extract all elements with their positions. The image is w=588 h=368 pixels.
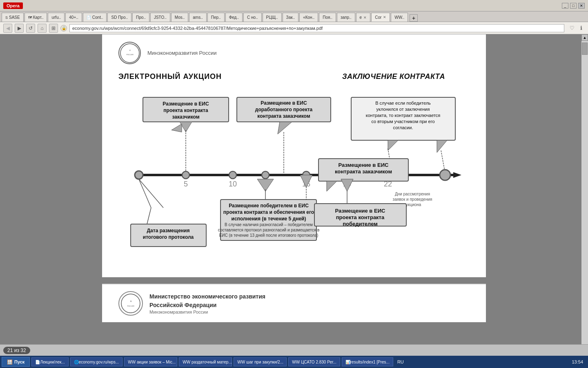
taskbar-item-icon: W <box>292 360 296 364</box>
ministry-logo: ⚜ РОССИЯ <box>118 42 141 64</box>
tab-rts[interactable]: РЦЩ.. <box>263 13 282 22</box>
svg-line-46 <box>147 208 151 224</box>
reload-button[interactable]: ↺ <box>26 24 35 33</box>
taskbar-item-icon: W <box>183 360 186 364</box>
language-indicator: RU <box>395 359 406 365</box>
svg-text:контракта заказчиком: контракта заказчиком <box>257 113 310 119</box>
taskbar-item-icon: W <box>237 360 241 364</box>
svg-line-45 <box>139 179 151 208</box>
tab-sase[interactable]: SSASE <box>2 13 24 22</box>
svg-text:победителем: победителем <box>343 221 378 227</box>
title-bar-controls: _ □ ✕ <box>562 3 585 9</box>
tab-40[interactable]: 40+.. <box>65 13 82 22</box>
footer-sub: Минэкономразвития России <box>149 310 265 314</box>
svg-text:10: 10 <box>229 180 237 188</box>
tab-icon: 🗺 <box>28 16 32 20</box>
tab-fed[interactable]: Фед.. <box>225 13 243 22</box>
taskbar-item-icon: 📊 <box>345 360 350 364</box>
svg-marker-22 <box>388 140 398 150</box>
bookmark-icon[interactable]: ♡ <box>568 25 576 32</box>
svg-text:Размещение в ЕИС: Размещение в ЕИС <box>163 101 209 107</box>
svg-marker-14 <box>278 122 292 134</box>
svg-text:контракта заказчиком: контракта заказчиком <box>335 168 392 175</box>
svg-text:исполнения (в течение 5 дней): исполнения (в течение 5 дней) <box>232 216 306 222</box>
svg-marker-27 <box>453 172 461 178</box>
svg-text:заявок и проведения: заявок и проведения <box>393 197 432 202</box>
diagram-container: ЭЛЕКТРОННЫЙ АУКЦИОН ЗАКЛЮЧЕНИЕ КОНТРАКТА… <box>118 68 470 273</box>
forward-button[interactable]: ▶ <box>15 24 24 33</box>
diagram-title-left: ЭЛЕКТРОННЫЙ АУКЦИОН <box>118 72 222 81</box>
taskbar-item-4[interactable]: W W раздаточный матер... <box>179 357 232 366</box>
taskbar: 🪟 Пуск 📄 Лекции/лек... 🌐 economy.gov.ru/… <box>0 356 588 368</box>
page-content: ⚜ РОССИЯ Минэкономразвития России ЭЛЕКТР… <box>0 34 588 356</box>
svg-text:проекта контракта: проекта контракта <box>163 108 208 113</box>
svg-text:Размещение победителем в ЕИС: Размещение победителем в ЕИС <box>229 203 309 209</box>
taskbar-item-icon: 📄 <box>35 360 40 364</box>
svg-text:В случае наличия разногласий –: В случае наличия разногласий – победител… <box>225 222 313 227</box>
tab-zapr[interactable]: запр.. <box>337 13 355 22</box>
svg-marker-24 <box>437 140 447 153</box>
tab-cont[interactable]: 📄Cont.. <box>83 13 107 22</box>
address-actions: ♡ ℹ <box>568 25 585 32</box>
svg-text:проекта контракта и обеспечени: проекта контракта и обеспечения его <box>223 209 314 215</box>
page-header: ⚜ РОССИЯ Минэкономразвития России <box>118 42 470 68</box>
grid-button[interactable]: ⊞ <box>49 24 58 33</box>
tab-poy[interactable]: Поя.. <box>319 13 336 22</box>
tab-per[interactable]: Пер.. <box>207 13 225 22</box>
tab-zak[interactable]: Зак.. <box>283 13 299 22</box>
svg-point-0 <box>120 44 139 63</box>
taskbar-item-6[interactable]: W W ЦСАТО 2.830 Рег... <box>288 357 340 366</box>
address-input[interactable] <box>69 24 564 32</box>
address-bar: ◀ ▶ ↺ ⌂ ⊞ 🔒 ♡ ℹ <box>0 22 588 34</box>
tab-kart[interactable]: 🗺Карт.. <box>24 13 47 22</box>
taskbar-item-3[interactable]: W W акции заявок – Mic... <box>124 357 177 366</box>
tab-e[interactable]: е✕ <box>356 13 371 22</box>
tab-sd[interactable]: SD Про.. <box>107 13 131 22</box>
svg-marker-65 <box>327 181 337 191</box>
minimize-button[interactable]: _ <box>562 3 568 9</box>
restore-button[interactable]: □ <box>570 3 577 9</box>
svg-text:уклонился от заключения: уклонился от заключения <box>376 107 430 112</box>
tab-cor[interactable]: Cor✕ <box>371 13 390 22</box>
timeline-diagram: Размещение в ЕИС проекта контракта заказ… <box>118 93 470 269</box>
start-button[interactable]: 🪟 Пуск <box>2 357 30 367</box>
back-button[interactable]: ◀ <box>3 24 12 33</box>
tab-sno[interactable]: С но.. <box>243 13 262 22</box>
taskbar-clock: 13:54 <box>568 359 586 365</box>
taskbar-item-5[interactable]: W W шаг при закупки/2... <box>234 357 287 366</box>
tab-ams[interactable]: ams.. <box>189 13 206 22</box>
tab-close-icon[interactable]: ✕ <box>363 16 367 20</box>
info-icon[interactable]: ℹ <box>577 25 585 32</box>
scroll-thumb[interactable] <box>582 43 588 55</box>
tab-icon: S <box>5 16 8 20</box>
scroll-up-button[interactable]: ▲ <box>581 34 588 41</box>
svg-line-47 <box>139 179 163 208</box>
tab-ww[interactable]: WW.. <box>391 13 408 22</box>
tab-mos[interactable]: Mos.. <box>171 13 188 22</box>
close-button[interactable]: ✕ <box>578 3 585 9</box>
taskbar-item-2[interactable]: 🌐 economy.gov.ru/wps... <box>70 357 123 366</box>
tab-proc[interactable]: Про.. <box>132 13 149 22</box>
tab-urfu[interactable]: urfu.. <box>48 13 65 22</box>
home-button[interactable]: ⌂ <box>38 24 47 33</box>
svg-text:составляется протокол разногла: составляется протокол разногласий и разм… <box>218 228 320 232</box>
diagram-title: ЭЛЕКТРОННЫЙ АУКЦИОН ЗАКЛЮЧЕНИЕ КОНТРАКТА <box>118 72 470 81</box>
svg-text:доработанного проекта: доработанного проекта <box>255 107 313 112</box>
new-tab-button[interactable]: + <box>410 14 418 22</box>
tab-kon[interactable]: «Кон.. <box>299 13 318 22</box>
svg-point-72 <box>121 294 140 313</box>
svg-text:⚜: ⚜ <box>129 49 131 52</box>
svg-text:со вторым участником при его: со вторым участником при его <box>371 119 434 124</box>
logo-svg: ⚜ РОССИЯ <box>120 43 140 63</box>
tab-jsto[interactable]: JSTO.. <box>150 13 170 22</box>
taskbar-item-icon: 🌐 <box>74 360 79 364</box>
start-label: Пуск <box>14 359 24 364</box>
footer-org-info: Министерство экономического развития Рос… <box>149 292 265 314</box>
taskbar-item-7[interactable]: 📊 results/index1 [Pres... <box>342 357 393 366</box>
taskbar-item-1[interactable]: 📄 Лекции/лек... <box>31 357 68 366</box>
tab-icon: 📄 <box>87 16 91 20</box>
tab-close-icon[interactable]: ✕ <box>383 15 386 19</box>
site-icon: 🔒 <box>60 25 67 31</box>
svg-text:Размещение в ЕИС: Размещение в ЕИС <box>261 100 307 106</box>
footer-org-name2: Российской Федерации <box>149 301 265 310</box>
